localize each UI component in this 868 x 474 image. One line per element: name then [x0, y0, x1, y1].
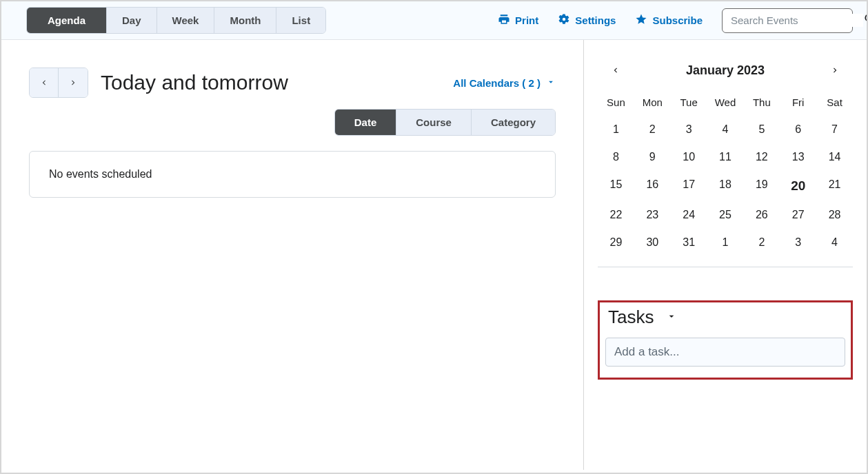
print-label: Print — [515, 14, 538, 26]
cal-day[interactable]: 24 — [671, 209, 707, 221]
cal-day[interactable]: 4 — [707, 123, 744, 136]
divider — [598, 267, 853, 267]
cal-day[interactable]: 14 — [816, 151, 853, 163]
cal-dow: Mon — [634, 96, 671, 108]
cal-day[interactable]: 25 — [707, 209, 744, 221]
cal-day[interactable]: 9 — [634, 151, 671, 163]
search-icon[interactable] — [863, 12, 868, 29]
tab-list[interactable]: List — [276, 8, 325, 33]
tasks-title: Tasks — [608, 307, 654, 328]
view-tabs: Agenda Day Week Month List — [26, 7, 326, 34]
cal-day[interactable]: 27 — [780, 209, 816, 221]
tab-day[interactable]: Day — [107, 8, 157, 33]
mini-cal-header: January 2023 — [598, 61, 853, 80]
cal-day[interactable]: 1 — [707, 236, 744, 249]
mini-cal-title: January 2023 — [686, 63, 765, 78]
cal-day[interactable]: 8 — [598, 151, 634, 163]
subscribe-link[interactable]: Subscribe — [635, 13, 703, 28]
group-tab-date[interactable]: Date — [335, 110, 397, 135]
cal-day[interactable]: 2 — [634, 123, 671, 136]
cal-dow: Thu — [743, 96, 780, 108]
mini-cal-next[interactable] — [825, 61, 845, 80]
cal-dow: Fri — [780, 96, 816, 108]
tasks-header[interactable]: Tasks — [605, 307, 845, 328]
group-tab-course[interactable]: Course — [396, 110, 472, 135]
tasks-panel: Tasks — [598, 300, 853, 380]
cal-day[interactable]: 17 — [671, 178, 707, 194]
cal-day[interactable]: 4 — [816, 236, 853, 249]
cal-day[interactable]: 12 — [743, 151, 780, 163]
topbar: Agenda Day Week Month List Print Setting… — [1, 1, 867, 40]
main-panel: Today and tomorrow All Calendars ( 2 ) D… — [1, 40, 584, 470]
search-events[interactable] — [722, 8, 853, 33]
settings-link[interactable]: Settings — [558, 13, 616, 28]
cal-day[interactable]: 28 — [816, 209, 853, 221]
cal-day[interactable]: 1 — [598, 123, 634, 136]
cal-day[interactable]: 7 — [816, 123, 853, 136]
gear-icon — [558, 13, 570, 28]
cal-day[interactable]: 5 — [743, 123, 780, 136]
cal-day[interactable]: 3 — [780, 236, 816, 249]
cal-day[interactable]: 13 — [780, 151, 816, 163]
cal-day[interactable]: 19 — [743, 178, 780, 194]
subscribe-label: Subscribe — [652, 14, 703, 26]
chevron-down-icon — [546, 77, 556, 89]
date-nav — [29, 68, 88, 98]
cal-dow: Wed — [707, 96, 744, 108]
settings-label: Settings — [575, 14, 616, 26]
all-calendars-dropdown[interactable]: All Calendars ( 2 ) — [453, 77, 556, 89]
cal-day[interactable]: 10 — [671, 151, 707, 163]
cal-day[interactable]: 18 — [707, 178, 744, 194]
cal-day[interactable]: 16 — [634, 178, 671, 194]
tab-month[interactable]: Month — [214, 8, 276, 33]
cal-day[interactable]: 2 — [743, 236, 780, 249]
cal-day[interactable]: 23 — [634, 209, 671, 221]
tab-agenda[interactable]: Agenda — [27, 8, 107, 33]
chevron-down-icon — [666, 311, 677, 324]
group-tabs: Date Course Category — [334, 109, 556, 136]
cal-day[interactable]: 6 — [780, 123, 816, 136]
cal-dow: Tue — [671, 96, 707, 108]
next-period-button[interactable] — [59, 68, 88, 97]
cal-day[interactable]: 15 — [598, 178, 634, 194]
mini-calendar: SunMonTueWedThuFriSat1234567891011121314… — [598, 96, 853, 249]
tab-week[interactable]: Week — [157, 8, 215, 33]
events-empty-state: No events scheduled — [29, 151, 556, 198]
cal-day[interactable]: 11 — [707, 151, 744, 163]
all-calendars-label: All Calendars ( 2 ) — [453, 77, 541, 89]
star-icon — [635, 13, 647, 28]
side-panel: January 2023 SunMonTueWedThuFriSat123456… — [584, 40, 867, 470]
cal-dow: Sat — [816, 96, 853, 108]
cal-day[interactable]: 22 — [598, 209, 634, 221]
group-tab-category[interactable]: Category — [472, 110, 555, 135]
print-link[interactable]: Print — [498, 13, 538, 28]
cal-day[interactable]: 3 — [671, 123, 707, 136]
prev-period-button[interactable] — [30, 68, 59, 97]
grouping-row: Date Course Category — [29, 109, 556, 136]
print-icon — [498, 13, 510, 28]
search-input[interactable] — [729, 14, 863, 27]
cal-day[interactable]: 30 — [634, 236, 671, 249]
content: Today and tomorrow All Calendars ( 2 ) D… — [1, 40, 867, 470]
main-header: Today and tomorrow All Calendars ( 2 ) — [29, 68, 556, 98]
cal-day[interactable]: 31 — [671, 236, 707, 249]
cal-day[interactable]: 21 — [816, 178, 853, 194]
mini-cal-prev[interactable] — [606, 61, 625, 80]
page-title: Today and tomorrow — [101, 71, 288, 94]
add-task-wrap[interactable] — [605, 338, 845, 367]
cal-dow: Sun — [598, 96, 634, 108]
cal-day[interactable]: 20 — [780, 178, 816, 194]
cal-day[interactable]: 26 — [743, 209, 780, 221]
cal-day[interactable]: 29 — [598, 236, 634, 249]
add-task-input[interactable] — [606, 338, 845, 366]
